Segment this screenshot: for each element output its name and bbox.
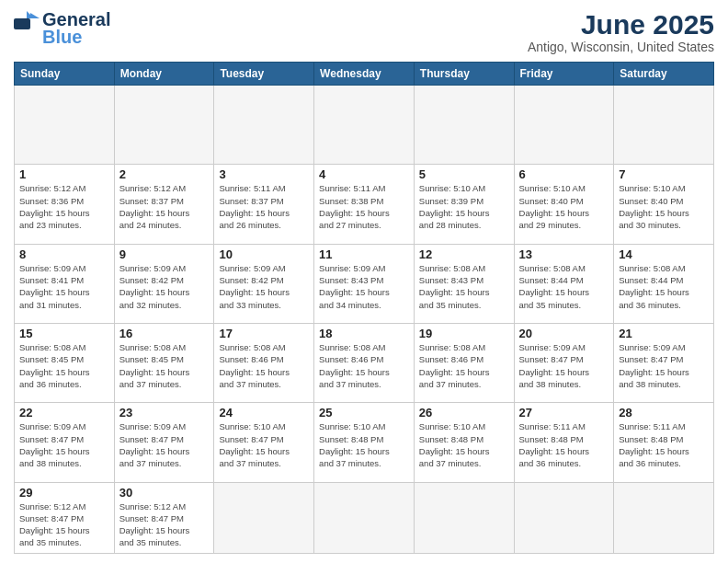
day-number: 24 bbox=[219, 406, 309, 419]
calendar-cell: 14Sunrise: 5:08 AM Sunset: 8:44 PM Dayli… bbox=[614, 244, 714, 323]
calendar-cell bbox=[614, 482, 714, 553]
title-block: June 2025 Antigo, Wisconsin, United Stat… bbox=[528, 9, 714, 54]
day-detail: Sunrise: 5:11 AM Sunset: 8:48 PM Dayligh… bbox=[519, 420, 609, 469]
day-detail: Sunrise: 5:08 AM Sunset: 8:46 PM Dayligh… bbox=[419, 341, 509, 390]
header: General Blue June 2025 Antigo, Wisconsin… bbox=[14, 9, 714, 54]
day-detail: Sunrise: 5:10 AM Sunset: 8:48 PM Dayligh… bbox=[319, 420, 409, 469]
weekday-monday: Monday bbox=[114, 63, 214, 86]
calendar-header: SundayMondayTuesdayWednesdayThursdayFrid… bbox=[15, 63, 714, 86]
day-detail: Sunrise: 5:11 AM Sunset: 8:38 PM Dayligh… bbox=[319, 182, 409, 231]
day-number: 12 bbox=[419, 247, 509, 261]
calendar-cell bbox=[614, 86, 714, 165]
day-detail: Sunrise: 5:10 AM Sunset: 8:39 PM Dayligh… bbox=[419, 182, 509, 231]
calendar-cell bbox=[214, 482, 314, 553]
day-detail: Sunrise: 5:08 AM Sunset: 8:45 PM Dayligh… bbox=[119, 341, 210, 390]
calendar-cell: 10Sunrise: 5:09 AM Sunset: 8:42 PM Dayli… bbox=[214, 244, 314, 323]
calendar-cell bbox=[214, 86, 314, 165]
day-number: 10 bbox=[219, 247, 309, 261]
calendar-cell: 5Sunrise: 5:10 AM Sunset: 8:39 PM Daylig… bbox=[414, 165, 514, 244]
calendar-cell: 3Sunrise: 5:11 AM Sunset: 8:37 PM Daylig… bbox=[214, 165, 314, 244]
day-detail: Sunrise: 5:12 AM Sunset: 8:37 PM Dayligh… bbox=[119, 182, 210, 231]
calendar-cell: 6Sunrise: 5:10 AM Sunset: 8:40 PM Daylig… bbox=[514, 165, 614, 244]
calendar-cell: 9Sunrise: 5:09 AM Sunset: 8:42 PM Daylig… bbox=[114, 244, 214, 323]
day-number: 6 bbox=[519, 167, 609, 181]
day-number: 4 bbox=[319, 167, 409, 181]
calendar-cell: 17Sunrise: 5:08 AM Sunset: 8:46 PM Dayli… bbox=[214, 323, 314, 402]
day-number: 15 bbox=[19, 327, 109, 340]
weekday-tuesday: Tuesday bbox=[214, 63, 314, 86]
calendar-table: SundayMondayTuesdayWednesdayThursdayFrid… bbox=[14, 62, 714, 554]
calendar-cell: 29Sunrise: 5:12 AM Sunset: 8:47 PM Dayli… bbox=[15, 482, 115, 553]
calendar-cell: 22Sunrise: 5:09 AM Sunset: 8:47 PM Dayli… bbox=[15, 403, 115, 482]
day-detail: Sunrise: 5:12 AM Sunset: 8:47 PM Dayligh… bbox=[119, 500, 210, 549]
day-detail: Sunrise: 5:09 AM Sunset: 8:47 PM Dayligh… bbox=[19, 420, 109, 469]
calendar-title: June 2025 bbox=[528, 9, 714, 40]
calendar-cell bbox=[15, 86, 115, 165]
calendar-cell bbox=[314, 86, 415, 165]
calendar-cell bbox=[414, 482, 514, 553]
calendar-week-row bbox=[15, 86, 714, 165]
day-detail: Sunrise: 5:09 AM Sunset: 8:47 PM Dayligh… bbox=[519, 341, 609, 390]
day-detail: Sunrise: 5:09 AM Sunset: 8:41 PM Dayligh… bbox=[19, 262, 109, 311]
calendar-week-row: 15Sunrise: 5:08 AM Sunset: 8:45 PM Dayli… bbox=[15, 323, 714, 402]
day-number: 22 bbox=[19, 406, 109, 419]
calendar-cell: 12Sunrise: 5:08 AM Sunset: 8:43 PM Dayli… bbox=[414, 244, 514, 323]
calendar-cell: 20Sunrise: 5:09 AM Sunset: 8:47 PM Dayli… bbox=[514, 323, 614, 402]
logo-subtext: Blue bbox=[42, 27, 82, 48]
calendar-cell: 25Sunrise: 5:10 AM Sunset: 8:48 PM Dayli… bbox=[314, 403, 415, 482]
day-number: 17 bbox=[219, 327, 309, 340]
calendar-cell bbox=[114, 86, 214, 165]
calendar-cell bbox=[414, 86, 514, 165]
day-number: 23 bbox=[119, 406, 210, 419]
calendar-cell: 23Sunrise: 5:09 AM Sunset: 8:47 PM Dayli… bbox=[114, 403, 214, 482]
day-detail: Sunrise: 5:10 AM Sunset: 8:47 PM Dayligh… bbox=[219, 420, 309, 469]
day-number: 27 bbox=[519, 406, 609, 419]
day-detail: Sunrise: 5:08 AM Sunset: 8:43 PM Dayligh… bbox=[419, 262, 509, 311]
day-number: 20 bbox=[519, 327, 609, 340]
day-detail: Sunrise: 5:09 AM Sunset: 8:42 PM Dayligh… bbox=[219, 262, 309, 311]
calendar-week-row: 8Sunrise: 5:09 AM Sunset: 8:41 PM Daylig… bbox=[15, 244, 714, 323]
day-detail: Sunrise: 5:08 AM Sunset: 8:44 PM Dayligh… bbox=[619, 262, 709, 311]
calendar-cell: 18Sunrise: 5:08 AM Sunset: 8:46 PM Dayli… bbox=[314, 323, 415, 402]
calendar-cell: 7Sunrise: 5:10 AM Sunset: 8:40 PM Daylig… bbox=[614, 165, 714, 244]
weekday-friday: Friday bbox=[514, 63, 614, 86]
day-number: 26 bbox=[419, 406, 509, 419]
svg-rect-0 bbox=[14, 18, 30, 29]
day-number: 2 bbox=[119, 167, 210, 181]
calendar-cell: 26Sunrise: 5:10 AM Sunset: 8:48 PM Dayli… bbox=[414, 403, 514, 482]
day-number: 13 bbox=[519, 247, 609, 261]
calendar-cell: 16Sunrise: 5:08 AM Sunset: 8:45 PM Dayli… bbox=[114, 323, 214, 402]
calendar-cell: 27Sunrise: 5:11 AM Sunset: 8:48 PM Dayli… bbox=[514, 403, 614, 482]
day-number: 16 bbox=[119, 327, 210, 340]
calendar-cell: 13Sunrise: 5:08 AM Sunset: 8:44 PM Dayli… bbox=[514, 244, 614, 323]
day-number: 30 bbox=[119, 486, 210, 500]
day-detail: Sunrise: 5:09 AM Sunset: 8:47 PM Dayligh… bbox=[119, 420, 210, 469]
day-number: 1 bbox=[19, 167, 109, 181]
calendar-cell: 21Sunrise: 5:09 AM Sunset: 8:47 PM Dayli… bbox=[614, 323, 714, 402]
weekday-saturday: Saturday bbox=[614, 63, 714, 86]
day-detail: Sunrise: 5:08 AM Sunset: 8:44 PM Dayligh… bbox=[519, 262, 609, 311]
day-number: 3 bbox=[219, 167, 309, 181]
day-detail: Sunrise: 5:09 AM Sunset: 8:42 PM Dayligh… bbox=[119, 262, 210, 311]
day-detail: Sunrise: 5:08 AM Sunset: 8:46 PM Dayligh… bbox=[319, 341, 409, 390]
calendar-cell: 11Sunrise: 5:09 AM Sunset: 8:43 PM Dayli… bbox=[314, 244, 415, 323]
day-detail: Sunrise: 5:11 AM Sunset: 8:37 PM Dayligh… bbox=[219, 182, 309, 231]
calendar-cell: 24Sunrise: 5:10 AM Sunset: 8:47 PM Dayli… bbox=[214, 403, 314, 482]
calendar-week-row: 1Sunrise: 5:12 AM Sunset: 8:36 PM Daylig… bbox=[15, 165, 714, 244]
calendar-cell bbox=[314, 482, 415, 553]
weekday-wednesday: Wednesday bbox=[314, 63, 415, 86]
day-number: 18 bbox=[319, 327, 409, 340]
logo-icon bbox=[14, 11, 40, 29]
day-number: 28 bbox=[619, 406, 709, 419]
calendar-cell bbox=[514, 482, 614, 553]
calendar-week-row: 29Sunrise: 5:12 AM Sunset: 8:47 PM Dayli… bbox=[15, 482, 714, 553]
day-number: 14 bbox=[619, 247, 709, 261]
calendar-cell: 1Sunrise: 5:12 AM Sunset: 8:36 PM Daylig… bbox=[15, 165, 115, 244]
day-detail: Sunrise: 5:09 AM Sunset: 8:43 PM Dayligh… bbox=[319, 262, 409, 311]
day-number: 25 bbox=[319, 406, 409, 419]
calendar-week-row: 22Sunrise: 5:09 AM Sunset: 8:47 PM Dayli… bbox=[15, 403, 714, 482]
day-detail: Sunrise: 5:08 AM Sunset: 8:46 PM Dayligh… bbox=[219, 341, 309, 390]
day-number: 29 bbox=[19, 486, 109, 500]
day-number: 7 bbox=[619, 167, 709, 181]
day-detail: Sunrise: 5:11 AM Sunset: 8:48 PM Dayligh… bbox=[619, 420, 709, 469]
